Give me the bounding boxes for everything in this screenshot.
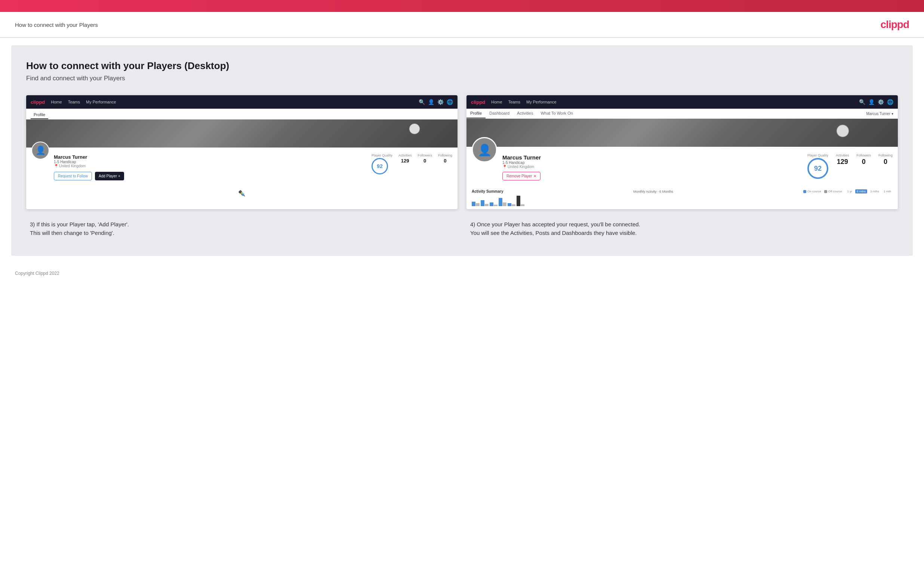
activity-controls: On course Off course 1 yr 6 mths 3 mths (803, 189, 893, 193)
request-follow-button[interactable]: Request to Follow (54, 172, 92, 181)
followers-stat-1: Followers 0 (418, 153, 432, 164)
tab-bar-1: Profile (26, 109, 457, 119)
activities-stat-1: Activities 129 (399, 153, 412, 164)
add-player-button[interactable]: Add Player + (95, 172, 124, 181)
bar-group-5 (507, 203, 515, 206)
user-icon-2[interactable]: 👤 (868, 99, 875, 105)
remove-player-button[interactable]: Remove Player ✕ (502, 172, 541, 181)
app-nav-1: clippd Home Teams My Performance 🔍 👤 ⚙️ … (26, 95, 457, 109)
app-nav-2: clippd Home Teams My Performance 🔍 👤 ⚙️ … (467, 95, 898, 109)
tab-profile-2[interactable]: Profile (467, 109, 486, 118)
scroll-icon-1: ✒️ (238, 190, 246, 197)
nav-teams-1[interactable]: Teams (68, 100, 80, 104)
bar-oncourse-4 (499, 198, 502, 206)
following-stat-2: Following 0 (879, 153, 893, 166)
bar-offcourse-5 (512, 204, 515, 206)
action-buttons-1: Request to Follow Add Player + (54, 172, 367, 181)
player-profile-2: 👤 Marcus Turner 1-5 Handicap 📍 United Ki… (467, 147, 898, 185)
scroll-area-1: ✒️ (26, 185, 457, 201)
nav-teams-2[interactable]: Teams (508, 100, 520, 104)
footer: Copyright Clippd 2022 (0, 263, 924, 284)
tab-whattoon-2[interactable]: What To Work On (537, 109, 577, 118)
settings-icon-2[interactable]: ⚙️ (878, 99, 884, 105)
followers-stat-2: Followers 0 (856, 153, 871, 166)
search-icon-1[interactable]: 🔍 (418, 99, 425, 105)
player-name-1: Marcus Turner (54, 154, 367, 160)
bar-group-6 (517, 196, 524, 206)
app-logo-2: clippd (471, 99, 485, 105)
activity-summary: Activity Summary Monthly Activity · 6 Mo… (467, 185, 898, 209)
nav-myperformance-2[interactable]: My Performance (526, 100, 557, 104)
tab-activities-2[interactable]: Activities (513, 109, 537, 118)
bar-group-2 (481, 200, 489, 206)
player-location-2: 📍 United Kingdom (502, 165, 802, 169)
bar-oncourse-1 (472, 201, 475, 206)
bar-offcourse-4 (503, 202, 506, 206)
activity-header: Activity Summary Monthly Activity · 6 Mo… (472, 189, 893, 193)
activities-stat-2: Activities 129 (836, 153, 849, 166)
bar-offcourse-3 (494, 205, 498, 206)
description-step-3: 3) If this is your Player tap, 'Add Play… (26, 220, 457, 237)
settings-icon-1[interactable]: ⚙️ (437, 99, 444, 105)
top-bar (0, 0, 924, 12)
bar-group-3 (489, 202, 498, 206)
bar-offcourse-6 (521, 204, 524, 206)
user-icon-1[interactable]: 👤 (428, 99, 435, 105)
player-dropdown[interactable]: Marcus Turner ▾ (862, 112, 898, 116)
tab-bar-2: Profile Dashboard Activities What To Wor… (467, 109, 898, 119)
logo: clippd (880, 19, 909, 31)
screenshots-row: clippd Home Teams My Performance 🔍 👤 ⚙️ … (26, 95, 898, 209)
chevron-down-icon: ▾ (892, 112, 893, 116)
quality-stat-1: Player Quality 92 (372, 153, 393, 174)
avatar-icon-1: 👤 (36, 146, 45, 155)
location-icon-1: 📍 (54, 164, 58, 168)
nav-home-1[interactable]: Home (51, 100, 62, 104)
quality-badge-1: 92 (372, 158, 388, 174)
bar-oncourse-2 (481, 200, 485, 206)
on-course-legend (803, 190, 806, 193)
bar-oncourse-5 (507, 203, 511, 206)
search-icon-2[interactable]: 🔍 (859, 99, 865, 105)
header-title: How to connect with your Players (15, 22, 98, 28)
filter-3mths[interactable]: 3 mths (869, 189, 880, 193)
description-step-4: 4) Once your Player has accepted your re… (467, 220, 898, 237)
player-handicap-1: 1-5 Handicap (54, 160, 367, 164)
activity-period: Monthly Activity · 6 Months (633, 190, 673, 193)
page-title: How to connect with your Players (Deskto… (26, 60, 898, 72)
page-subtitle: Find and connect with your Players (26, 75, 898, 82)
filter-6mths[interactable]: 6 mths (855, 189, 867, 193)
description-row: 3) If this is your Player tap, 'Add Play… (26, 220, 898, 237)
header: How to connect with your Players clippd (0, 12, 924, 38)
golf-banner-1 (26, 119, 457, 148)
player-name-2: Marcus Turner (502, 154, 802, 161)
player-info-1: Marcus Turner 1-5 Handicap 📍 United King… (54, 154, 367, 168)
time-filters: 1 yr 6 mths 3 mths 1 mth (846, 189, 893, 193)
player-location-1: 📍 United Kingdom (54, 164, 367, 168)
bar-offcourse-1 (476, 203, 480, 206)
filter-1mth[interactable]: 1 mth (882, 189, 893, 193)
bar-oncourse-3 (489, 202, 493, 206)
avatar-icon-2: 👤 (478, 143, 491, 156)
main-content: How to connect with your Players (Deskto… (11, 45, 913, 256)
bar-offcourse-2 (485, 204, 489, 206)
quality-stat-2: Player Quality 92 (808, 153, 828, 179)
screenshot-1: clippd Home Teams My Performance 🔍 👤 ⚙️ … (26, 95, 457, 209)
bar-oncourse-6 (517, 196, 520, 206)
nav-myperformance-1[interactable]: My Performance (86, 100, 116, 104)
step4-text: 4) Once your Player has accepted your re… (470, 220, 894, 237)
bar-group-4 (499, 198, 506, 206)
nav-icons-2: 🔍 👤 ⚙️ 🌐 (859, 99, 893, 105)
screenshot-2: clippd Home Teams My Performance 🔍 👤 ⚙️ … (467, 95, 898, 209)
remove-player-container: Remove Player ✕ (502, 172, 802, 181)
golf-banner-2 (467, 119, 898, 147)
filter-1yr[interactable]: 1 yr (846, 189, 854, 193)
globe-icon-1[interactable]: 🌐 (447, 99, 453, 105)
globe-icon-2[interactable]: 🌐 (887, 99, 893, 105)
tab-dashboard-2[interactable]: Dashboard (486, 109, 513, 118)
tab-profile-1[interactable]: Profile (31, 111, 48, 119)
bar-group-1 (472, 201, 480, 206)
app-logo-1: clippd (31, 99, 45, 105)
copyright-text: Copyright Clippd 2022 (15, 271, 60, 276)
player-handicap-2: 1-5 Handicap (502, 161, 802, 165)
nav-home-2[interactable]: Home (491, 100, 502, 104)
